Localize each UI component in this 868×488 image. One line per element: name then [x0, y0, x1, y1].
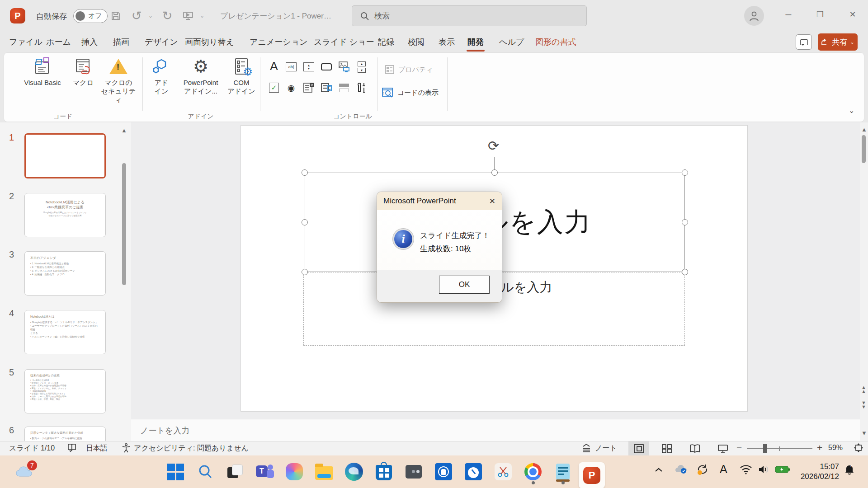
taskbar-edge-button[interactable]: [342, 460, 366, 484]
taskbar-teams-button[interactable]: T: [252, 460, 277, 484]
taskbar-store-button[interactable]: [372, 460, 396, 484]
previous-slide-button[interactable]: ▲▲: [861, 385, 866, 394]
selection-handle-nw[interactable]: [302, 169, 308, 176]
notes-pane[interactable]: ノートを入力: [131, 419, 860, 441]
undo-icon[interactable]: ↺: [127, 7, 146, 25]
selection-handle-n[interactable]: [491, 169, 498, 176]
control-scrollbar-icon[interactable]: ▲▼: [356, 61, 368, 73]
visual-basic-button[interactable]: Visual Basic: [18, 56, 67, 87]
control-more-tools-icon[interactable]: [356, 82, 368, 94]
account-avatar[interactable]: [744, 6, 764, 26]
zoom-percentage[interactable]: 59%: [828, 444, 843, 452]
view-slideshow-button[interactable]: [712, 441, 733, 455]
macro-security-button[interactable]: マクロの セキュリティ: [98, 56, 139, 104]
zoom-out-button[interactable]: −: [736, 442, 742, 453]
taskbar-notepad-button[interactable]: [551, 460, 575, 484]
selection-handle-e[interactable]: [682, 219, 688, 225]
tab-shape-format[interactable]: 図形の書式: [533, 32, 578, 52]
zoom-slider-track[interactable]: [747, 448, 812, 449]
slide-thumbnail-1[interactable]: [24, 133, 106, 178]
slide-counter[interactable]: スライド 1/10: [9, 444, 55, 453]
taskbar-wallet-button[interactable]: [401, 460, 426, 484]
slide-thumbnail-5[interactable]: 従来の生成AIとの比較 • 【一般的な生成AI】 • 学習源：インターネット全体…: [24, 369, 106, 413]
tab-help[interactable]: ヘルプ: [497, 32, 526, 52]
battery-icon[interactable]: [775, 465, 790, 476]
close-button[interactable]: ✕: [838, 0, 867, 29]
main-scrollbar[interactable]: ▲ ▲▲ ▼▼ ▼: [860, 122, 868, 441]
view-code-button[interactable]: コードの表示: [382, 87, 439, 98]
selection-handle-se[interactable]: [682, 269, 688, 275]
control-textbox-icon[interactable]: ab|: [285, 61, 297, 73]
control-spinbutton-icon[interactable]: ▲▼: [303, 61, 315, 73]
comments-button[interactable]: [796, 34, 812, 50]
ime-mode-indicator[interactable]: A: [720, 463, 727, 476]
clock[interactable]: 15:07 2026/02/12: [801, 462, 839, 482]
taskbar-snipping-button[interactable]: [491, 460, 515, 484]
zoom-slider-thumb[interactable]: [763, 444, 767, 453]
macros-button[interactable]: マクロ: [68, 56, 98, 87]
tab-slideshow[interactable]: スライド ショー: [312, 32, 376, 52]
tab-animations[interactable]: アニメーション: [248, 32, 310, 52]
tab-record[interactable]: 記録: [376, 32, 396, 52]
selection-handle-ne[interactable]: [682, 169, 688, 176]
tray-onedrive-icon[interactable]: [675, 464, 688, 476]
tab-design[interactable]: デザイン: [143, 32, 180, 52]
autosave-toggle[interactable]: オフ: [73, 9, 108, 23]
control-checkbox-icon[interactable]: ✓: [268, 82, 280, 94]
tab-transitions[interactable]: 画面切り替え: [183, 32, 236, 52]
panel-scroll-up-arrow[interactable]: ▲: [121, 127, 127, 134]
tray-chevron-up-icon[interactable]: [655, 465, 663, 475]
next-slide-button[interactable]: ▼▼: [861, 401, 866, 409]
control-frame-icon[interactable]: [338, 82, 350, 94]
slide-thumbnail-6[interactable]: 活用シーン①：膨大な資料の要約と分析 • 数百ページの資料やマニュアルを瞬時に把…: [24, 427, 106, 441]
dialog-close-icon[interactable]: ✕: [489, 197, 495, 206]
control-listbox-icon[interactable]: [321, 82, 332, 94]
scroll-up-arrow[interactable]: ▲: [861, 126, 867, 133]
slide-thumbnail-4[interactable]: NotebookLMとは • Googleが提供する「パーソナルAIリサーチアシ…: [24, 310, 106, 354]
maximize-button[interactable]: ❐: [806, 0, 835, 29]
tab-insert[interactable]: 挿入: [80, 32, 99, 52]
selection-handle-w[interactable]: [302, 219, 308, 225]
undo-dropdown-chevron[interactable]: ⌄: [148, 13, 156, 19]
accessibility-icon[interactable]: [121, 443, 131, 455]
taskbar-gauge-app-button[interactable]: [461, 460, 486, 484]
share-button[interactable]: 共有 ⌄: [818, 33, 858, 51]
scroll-down-arrow[interactable]: ▼: [861, 430, 867, 436]
rotation-handle-icon[interactable]: ⟳: [488, 140, 499, 152]
slide-thumbnail-3[interactable]: 本日のアジェンダ • 1. NotebookLMの基本概念と特徴 • 2. 一般…: [24, 251, 106, 296]
tab-file[interactable]: ファイル: [7, 32, 44, 52]
view-normal-button[interactable]: [628, 441, 649, 455]
tab-review[interactable]: 校閲: [406, 32, 426, 52]
addins-button[interactable]: アド イン: [150, 56, 173, 95]
control-label-icon[interactable]: A: [268, 60, 280, 72]
tab-home[interactable]: ホーム: [44, 32, 73, 52]
taskbar-blue-hand-app-button[interactable]: [431, 460, 456, 484]
selection-handle-sw[interactable]: [302, 269, 308, 275]
redo-icon[interactable]: ↻: [158, 7, 176, 25]
notes-toggle-icon[interactable]: [581, 443, 592, 455]
powerpoint-addins-button[interactable]: ⚙ PowerPoint アドイン...: [176, 56, 226, 95]
slide-thumbnail-2[interactable]: NotebookLM活用による <br>業務変革のご提案 Google社のAIを…: [24, 193, 106, 237]
ok-button[interactable]: OK: [439, 276, 490, 294]
search-input[interactable]: 検索: [352, 5, 587, 26]
tray-sync-icon[interactable]: [696, 464, 709, 478]
control-image-icon[interactable]: [338, 61, 350, 73]
notification-bell-icon[interactable]: z: [844, 464, 855, 479]
start-slideshow-icon[interactable]: [179, 7, 197, 25]
main-scrollbar-thumb[interactable]: [862, 135, 866, 163]
zoom-in-button[interactable]: +: [817, 442, 822, 453]
tab-draw[interactable]: 描画: [111, 32, 131, 52]
widgets-weather-icon[interactable]: 7: [13, 460, 37, 484]
wifi-icon[interactable]: [740, 465, 752, 477]
spellcheck-icon[interactable]: [67, 443, 77, 455]
control-optionbutton-icon[interactable]: ◉: [285, 82, 297, 94]
view-reading-button[interactable]: [684, 441, 705, 455]
taskbar-copilot-button[interactable]: [282, 460, 307, 484]
taskbar-chrome-button[interactable]: [521, 460, 545, 484]
speaker-icon[interactable]: [758, 465, 769, 477]
notes-toggle-label[interactable]: ノート: [595, 444, 617, 453]
fit-to-window-icon[interactable]: [854, 443, 863, 455]
taskbar-taskview-button[interactable]: [222, 460, 247, 484]
tab-developer[interactable]: 開発: [466, 32, 486, 52]
minimize-button[interactable]: ─: [774, 0, 803, 29]
